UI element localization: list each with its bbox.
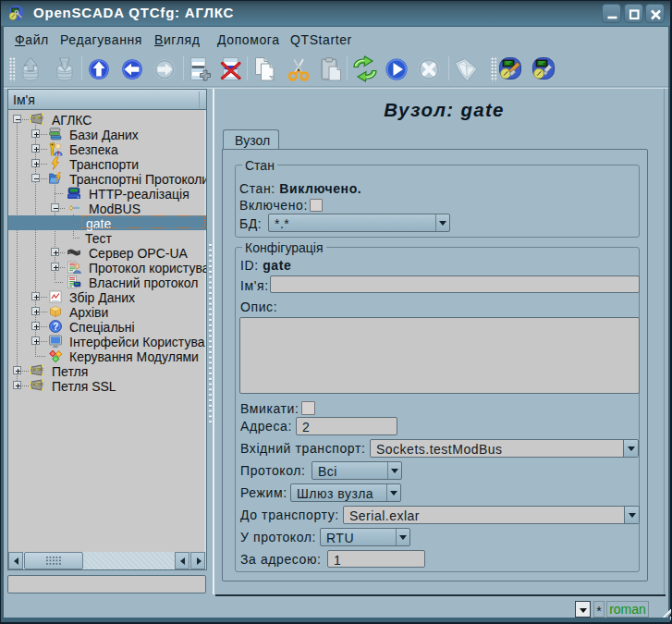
svg-text:АГЛКС: АГЛКС [33, 116, 44, 120]
svg-text:?: ? [53, 321, 58, 332]
svg-text:АГЛКС: АГЛКС [33, 368, 44, 372]
svg-text:АГЛКС: АГЛКС [33, 383, 44, 386]
